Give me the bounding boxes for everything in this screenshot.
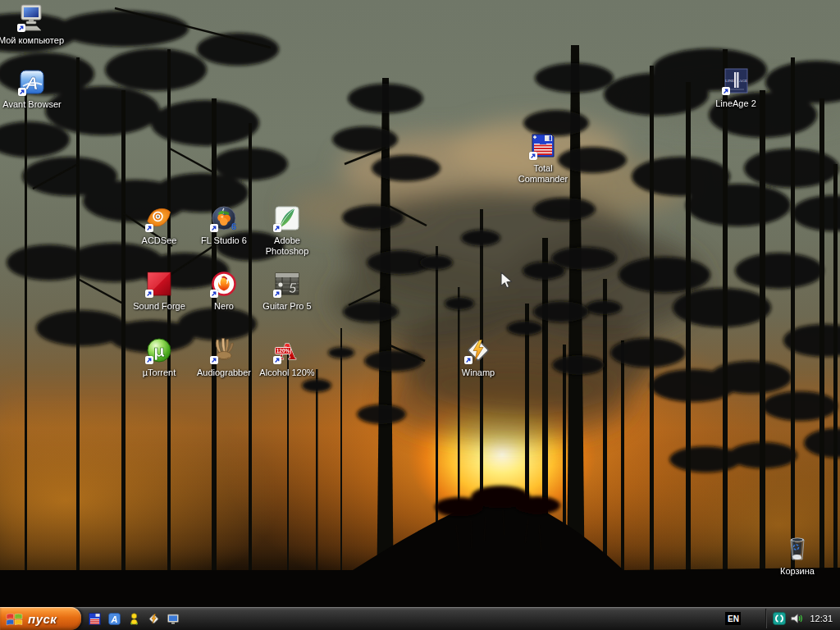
icon-label: Avant Browser	[2, 99, 61, 110]
svg-text:AGE: AGE	[739, 79, 747, 83]
shortcut-arrow-icon	[145, 224, 153, 232]
desktop-icon-adobe-photoshop[interactable]: Adobe Photoshop	[253, 203, 322, 257]
avant-browser-icon: A	[17, 67, 47, 97]
desktop-icon-my-computer[interactable]: Мой компьютер	[0, 3, 66, 46]
icon-label: Alcohol 120%	[259, 368, 314, 378]
shortcut-arrow-icon	[17, 24, 25, 32]
shortcut-arrow-icon	[210, 356, 218, 364]
guitar-pro-icon: 5	[272, 269, 302, 299]
icon-label: Adobe Photoshop	[253, 235, 322, 257]
quicklaunch-avant-browser-icon[interactable]: A	[107, 612, 121, 626]
desktop-icon-audiograbber[interactable]: Audiograbber	[189, 336, 258, 378]
sound-forge-icon	[144, 269, 174, 299]
lineage-2-icon: LINE AGE	[721, 66, 751, 96]
icon-label: Корзина	[780, 566, 815, 577]
windows-flag-icon	[6, 612, 23, 626]
fl-studio-icon: 6	[209, 203, 239, 233]
desktop-icon-nero[interactable]: Nero	[189, 269, 258, 312]
shortcut-arrow-icon	[722, 87, 730, 95]
desktop-icon-total-commander[interactable]: Total Commander	[509, 131, 578, 185]
quicklaunch-winamp-icon[interactable]	[147, 612, 161, 626]
shortcut-arrow-icon	[210, 224, 218, 232]
recycle-bin-icon	[783, 534, 812, 564]
desktop-icon-avant-browser[interactable]: A Avant Browser	[0, 67, 66, 110]
desktop-icon-guitar-pro-5[interactable]: 5 Guitar Pro 5	[253, 269, 322, 312]
nero-icon	[209, 269, 239, 299]
desktop-icon-alcohol-120[interactable]: A 120% Alcohol 120%	[253, 336, 322, 378]
icon-label: Мой компьютер	[0, 35, 64, 46]
shortcut-arrow-icon	[145, 356, 153, 364]
icon-label: Nero	[214, 301, 234, 312]
icon-label: Sound Forge	[133, 301, 185, 312]
desktop-icon-utorrent[interactable]: µ µTorrent	[125, 336, 194, 378]
shortcut-arrow-icon	[210, 290, 218, 298]
my-computer-icon	[16, 3, 46, 33]
shortcut-arrow-icon	[273, 224, 281, 232]
icon-label: Guitar Pro 5	[262, 301, 311, 312]
alcohol-120-icon: A 120%	[272, 336, 302, 365]
desktop-icon-lineage-2[interactable]: LINE AGE LineAge 2	[701, 66, 770, 109]
quicklaunch-show-desktop-icon[interactable]	[167, 612, 180, 626]
taskbar: пуск A	[0, 607, 840, 630]
desktop-icon-acdsee[interactable]: ACDSee	[125, 203, 194, 246]
icon-label: Total Commander	[509, 163, 578, 185]
photoshop-icon	[272, 203, 302, 233]
language-indicator[interactable]: EN	[725, 612, 741, 625]
icon-label: FL Studio 6	[201, 235, 247, 246]
svg-text:120%: 120%	[276, 348, 290, 354]
start-button-label: пуск	[28, 612, 57, 626]
shortcut-arrow-icon	[18, 88, 26, 96]
icon-label: ACDSee	[142, 235, 177, 246]
shortcut-arrow-icon	[464, 356, 472, 364]
audiograbber-icon	[209, 336, 239, 365]
svg-text:µ: µ	[153, 342, 165, 360]
desktop-icon-sound-forge[interactable]: Sound Forge	[125, 269, 194, 312]
desktop-icon-recycle-bin[interactable]: Корзина	[763, 534, 832, 577]
total-commander-icon	[528, 131, 558, 161]
start-button[interactable]: пуск	[0, 607, 81, 630]
quicklaunch-total-commander-icon[interactable]	[88, 612, 102, 626]
svg-text:5: 5	[289, 281, 297, 296]
acdsee-icon	[144, 203, 174, 233]
volume-icon[interactable]	[790, 612, 803, 625]
desktop-icon-fl-studio-6[interactable]: 6 FL Studio 6	[189, 203, 258, 246]
system-tray: EN 12:31	[725, 607, 840, 630]
desktop: Мой компьютер A Avant Browser	[0, 0, 840, 607]
mouse-cursor	[497, 271, 517, 290]
shortcut-arrow-icon	[529, 152, 537, 160]
tray-divider	[765, 609, 767, 628]
svg-text:LINE: LINE	[725, 79, 734, 83]
utorrent-icon: µ	[144, 336, 174, 365]
icon-label: LineAge 2	[715, 98, 756, 109]
clock[interactable]: 12:31	[810, 614, 833, 623]
svg-text:6: 6	[231, 221, 236, 231]
shortcut-arrow-icon	[145, 290, 153, 298]
shortcut-arrow-icon	[273, 290, 281, 298]
winamp-icon	[463, 336, 493, 365]
icon-label: Winamp	[462, 368, 495, 378]
icon-label: µTorrent	[143, 368, 176, 378]
quick-launch-bar: A	[88, 607, 180, 630]
icon-label: Audiograbber	[197, 368, 251, 378]
quicklaunch-qip-icon[interactable]	[127, 612, 141, 626]
desktop-icon-winamp[interactable]: Winamp	[444, 336, 513, 378]
svg-text:A: A	[111, 614, 118, 624]
shortcut-arrow-icon	[273, 356, 281, 364]
tray-icon-app[interactable]	[773, 612, 786, 625]
